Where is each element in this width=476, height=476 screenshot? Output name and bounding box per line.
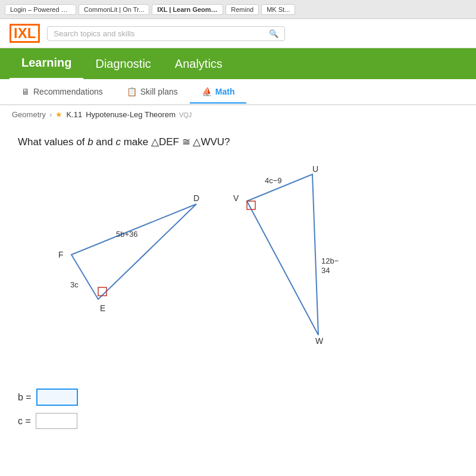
search-text: Search topics and skills — [54, 29, 134, 38]
search-icon: 🔍 — [269, 29, 278, 38]
label-d: D — [193, 193, 199, 203]
main-content: What values of b and c make △DEF ≅ △WVU?… — [0, 124, 476, 383]
answer-row-c: c = — [18, 413, 458, 429]
math-icon: ⛵ — [202, 87, 212, 96]
search-bar[interactable]: Search topics and skills 🔍 — [47, 26, 285, 41]
side-12b34: 12b− — [321, 256, 339, 265]
subnav-math[interactable]: ⛵ Math — [190, 81, 247, 104]
nav-diagnostic[interactable]: Diagnostic — [83, 49, 162, 79]
breadcrumb-geometry[interactable]: Geometry — [12, 110, 46, 119]
triangle-def: D E F 5b+36 3c — [30, 162, 184, 329]
side-5b36: 5b+36 — [116, 230, 138, 239]
breadcrumb-separator: › — [49, 110, 52, 119]
breadcrumb-star-icon: ★ — [55, 110, 62, 119]
nav-learning[interactable]: Learning — [10, 48, 83, 80]
side-4c9: 4c−9 — [265, 176, 282, 185]
label-e: E — [100, 303, 105, 313]
recommendations-icon: 🖥 — [21, 87, 30, 96]
diagrams-container: D E F 5b+36 3c U V W 4c−9 12b− 34 — [18, 162, 458, 353]
nav-analytics[interactable]: Analytics — [163, 49, 234, 79]
subnav-recommendations[interactable]: 🖥 Recommendations — [10, 81, 115, 104]
breadcrumb-vqj: VQJ — [179, 111, 192, 118]
recommendations-label: Recommendations — [33, 87, 103, 96]
c-input[interactable] — [36, 413, 77, 429]
side-12b34-2: 34 — [321, 266, 330, 275]
breadcrumb-skill-name: Hypotenuse-Leg Theorem — [86, 110, 176, 119]
triangle-wvu: U V W 4c−9 12b− 34 — [220, 162, 351, 353]
skillplans-label: Skill plans — [140, 87, 178, 96]
side-3c: 3c — [70, 280, 79, 289]
b-label: b = — [18, 392, 32, 403]
breadcrumb: Geometry › ★ K.11 Hypotenuse-Leg Theorem… — [0, 105, 476, 124]
tab-remind[interactable]: Remind — [226, 4, 259, 15]
sub-nav: 🖥 Recommendations 📋 Skill plans ⛵ Math — [0, 79, 476, 105]
breadcrumb-skill-code: K.11 — [66, 110, 82, 119]
tab-login[interactable]: Login – Powered by... — [5, 4, 76, 15]
ixl-logo[interactable]: IXL — [10, 24, 40, 43]
skillplans-icon: 📋 — [127, 87, 137, 96]
label-w: W — [315, 336, 324, 346]
b-input[interactable] — [36, 389, 78, 406]
question-text: What values of b and c make △DEF ≅ △WVU? — [18, 136, 458, 148]
ixl-header: IXL Search topics and skills 🔍 — [0, 19, 476, 48]
svg-marker-0 — [71, 204, 196, 299]
c-label: c = — [18, 416, 31, 427]
tab-ixl-active[interactable]: IXL | Learn Geometry — [152, 4, 223, 15]
answer-row-b: b = — [18, 389, 458, 406]
answer-section: b = c = — [0, 383, 476, 442]
label-f: F — [58, 250, 64, 259]
label-u: U — [312, 164, 318, 174]
tab-mk[interactable]: MK St... — [261, 4, 295, 15]
math-label: Math — [215, 87, 235, 96]
browser-tab-bar: Login – Powered by... CommonLit | On Tr.… — [0, 0, 476, 19]
green-nav: Learning Diagnostic Analytics — [0, 48, 476, 79]
svg-marker-2 — [247, 174, 318, 335]
tab-commonlit[interactable]: CommonLit | On Tr... — [79, 4, 149, 15]
label-v: V — [233, 193, 239, 203]
subnav-skillplans[interactable]: 📋 Skill plans — [115, 81, 190, 104]
